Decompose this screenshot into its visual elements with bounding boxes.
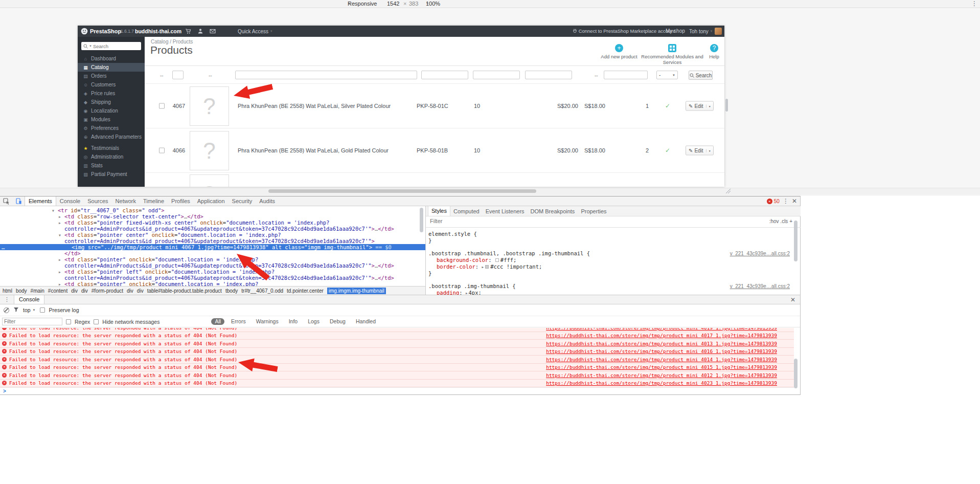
- recommended-modules-button[interactable]: Recommended Modules and Services: [632, 44, 712, 65]
- filter-category-input[interactable]: [473, 71, 520, 79]
- sidebar-item-dashboard[interactable]: ⌂Dashboard: [78, 54, 145, 63]
- error-source-link[interactable]: https://buddhist-thai.com/store/img/tmp/…: [546, 328, 777, 331]
- status-check-icon[interactable]: ✓: [665, 147, 670, 154]
- error-source-link[interactable]: https://buddhist-thai.com/store/img/tmp/…: [546, 380, 777, 386]
- tab-application[interactable]: Application: [194, 196, 229, 206]
- dom-crumb[interactable]: td.pointer.center: [287, 288, 324, 294]
- edit-dropdown-caret[interactable]: ▼: [706, 104, 713, 107]
- devtools-close-icon[interactable]: ✕: [792, 197, 797, 205]
- style-rule-selector[interactable]: v_221_43c939e…all.css:2.bootstrap .thumb…: [428, 250, 790, 257]
- sidebar-item-localization[interactable]: ◉Localization: [78, 106, 145, 115]
- styles-filter-input[interactable]: [430, 218, 481, 224]
- horizontal-scrollbar-thumb[interactable]: [268, 189, 536, 193]
- sidebar-tab-computed[interactable]: Computed: [450, 208, 483, 214]
- search-button[interactable]: Search: [689, 71, 713, 80]
- console-level-info[interactable]: Info: [285, 318, 302, 325]
- cart-icon[interactable]: [185, 28, 191, 34]
- sidebar-item-price-rules[interactable]: ◈Price rules: [78, 89, 145, 98]
- elements-tree-line[interactable]: ▼<tr id="tr__4067_0" class=" odd">: [0, 207, 425, 213]
- elements-tree-line[interactable]: ▶<td class="row-selector text-center">…<…: [0, 213, 425, 219]
- sidebar-tab-properties[interactable]: Properties: [578, 208, 609, 214]
- dom-crumb[interactable]: body: [16, 288, 27, 294]
- page-vertical-scrollbar[interactable]: [725, 99, 728, 112]
- avatar[interactable]: [715, 28, 722, 35]
- elements-tree-line[interactable]: </td>: [0, 250, 425, 256]
- filter-position-input[interactable]: [604, 71, 648, 79]
- dom-crumb[interactable]: tr#tr__4067_0.odd: [241, 288, 283, 294]
- device-toolbar-toggle-icon[interactable]: [12, 198, 25, 205]
- edit-button[interactable]: ✎Edit▼: [686, 146, 714, 156]
- style-rule-selector[interactable]: element.style {: [428, 231, 790, 237]
- console-level-logs[interactable]: Logs: [304, 318, 323, 325]
- sidebar-tab-dom-breakpoints[interactable]: DOM Breakpoints: [528, 208, 578, 214]
- elements-tree-line[interactable]: ▶<td class="pointer fixed-width-xs cente…: [0, 219, 425, 226]
- resize-grip-icon[interactable]: [724, 187, 731, 196]
- tab-console[interactable]: Console: [56, 196, 84, 206]
- style-rule-selector[interactable]: v_221_43c939e…all.css:2.bootstrap .img-t…: [428, 283, 790, 290]
- filter-reference-input[interactable]: [421, 71, 468, 79]
- styles-scrollbar-thumb[interactable]: [794, 221, 797, 261]
- dom-crumb[interactable]: tbody: [225, 288, 238, 294]
- sidebar-item-stats[interactable]: ▥Stats: [78, 161, 145, 170]
- row-checkbox[interactable]: [159, 148, 165, 153]
- preserve-log-checkbox[interactable]: [40, 307, 45, 313]
- tab-profiles[interactable]: Profiles: [168, 196, 194, 206]
- sidebar-search-box[interactable]: ▼: [81, 42, 141, 50]
- tab-timeline[interactable]: Timeline: [140, 196, 168, 206]
- clear-console-icon[interactable]: [4, 307, 9, 313]
- edit-button[interactable]: ✎Edit▼: [686, 101, 714, 111]
- error-source-link[interactable]: https://buddhist-thai.com/store/img/tmp/…: [546, 357, 777, 362]
- dom-crumb[interactable]: #main: [31, 288, 44, 294]
- execution-context-select[interactable]: top ▼: [23, 307, 36, 313]
- expand-arrow-icon[interactable]: ▶: [482, 265, 484, 269]
- sidebar-item-catalog[interactable]: ▦Catalog: [78, 63, 145, 72]
- messages-icon[interactable]: [210, 28, 216, 34]
- filter-id-input[interactable]: [172, 71, 184, 79]
- filter-name-input[interactable]: [235, 71, 417, 79]
- dom-crumb[interactable]: img.imgm.img-thumbnail: [327, 288, 386, 294]
- elements-tree-line[interactable]: ▶<td class="pointer" onclick="document.l…: [0, 281, 425, 286]
- dom-crumb[interactable]: div: [71, 288, 78, 294]
- console-level-all[interactable]: All: [211, 318, 224, 325]
- regex-checkbox[interactable]: [66, 319, 71, 324]
- tab-elements[interactable]: Elements: [25, 196, 56, 206]
- viewport-width-field[interactable]: 1542: [387, 0, 399, 8]
- user-menu[interactable]: Toh tony ▼: [689, 26, 713, 37]
- inspect-element-icon[interactable]: [0, 198, 12, 205]
- style-property[interactable]: padding: ▶4px;: [428, 290, 790, 295]
- dom-crumb[interactable]: #form-product: [92, 288, 123, 294]
- drawer-close-icon[interactable]: ✕: [786, 296, 800, 303]
- tab-audits[interactable]: Audits: [256, 196, 279, 206]
- marketplace-link[interactable]: Connect to PrestaShop Marketplace accoun…: [573, 26, 675, 37]
- my-shop-link[interactable]: My shop: [666, 26, 685, 37]
- console-filter-icon[interactable]: [13, 307, 19, 314]
- tab-network[interactable]: Network: [112, 196, 140, 206]
- dom-crumb[interactable]: html: [3, 288, 12, 294]
- element-state-toggles[interactable]: :hov .cls +: [769, 218, 792, 224]
- sidebar-item-partial-payment[interactable]: ▧Partial Payment: [78, 170, 145, 179]
- sidebar-item-modules[interactable]: ▣Modules: [78, 115, 145, 124]
- stylesheet-link[interactable]: v_221_43c939e…all.css:2: [730, 283, 790, 290]
- elements-tree-line[interactable]: controller=AdminProducts&id_product=4067…: [0, 238, 425, 244]
- device-toolbar-menu-icon[interactable]: ⋮: [971, 0, 977, 8]
- twisty-right-icon[interactable]: ▶: [59, 281, 61, 286]
- sidebar-tab-styles[interactable]: Styles: [428, 206, 450, 216]
- chevron-down-icon[interactable]: ▼: [89, 45, 92, 48]
- elements-tree-line[interactable]: controller=AdminProducts&id_product=4067…: [0, 275, 425, 281]
- sidebar-search-input[interactable]: [93, 43, 129, 49]
- drawer-menu-icon[interactable]: ⋮: [0, 296, 14, 303]
- elements-tree-line[interactable]: …<img src="../img/tmp/product_mini_4067_…: [0, 244, 425, 250]
- dom-crumb[interactable]: #content: [48, 288, 67, 294]
- elements-tree-line[interactable]: controller=AdminProducts&id_product=4067…: [0, 226, 425, 232]
- shop-domain[interactable]: buddhist-thai.com: [135, 26, 181, 37]
- elements-tree-line[interactable]: ▶<td class="pointer left" onclick="docum…: [0, 269, 425, 275]
- product-image-placeholder[interactable]: ?: [190, 86, 229, 126]
- help-button[interactable]: ? Help: [705, 44, 723, 59]
- row-checkbox[interactable]: [159, 103, 165, 109]
- error-source-link[interactable]: https://buddhist-thai.com/store/img/tmp/…: [546, 333, 777, 338]
- sidebar-item-orders[interactable]: ▤Orders: [78, 72, 145, 80]
- filter-price-input[interactable]: [525, 71, 572, 79]
- filter-status-select[interactable]: - ▼: [656, 71, 678, 79]
- tab-console[interactable]: Console: [14, 295, 44, 304]
- expand-arrow-icon[interactable]: ▶: [466, 291, 468, 295]
